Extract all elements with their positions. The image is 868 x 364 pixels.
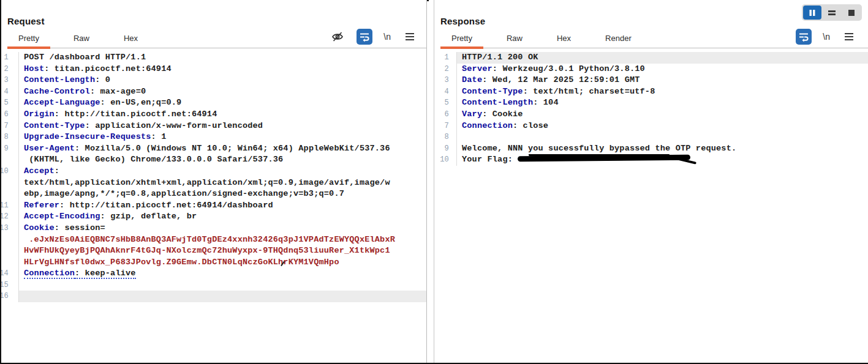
request-header: Request PrettyRawHex <box>1 0 426 48</box>
line-number: 1 <box>434 52 449 64</box>
code-line: Origin: http://titan.picoctf.net:64914 <box>18 109 426 121</box>
header-name: Cache-Control <box>24 87 90 96</box>
redacted-flag-scribble <box>518 155 690 162</box>
line-number: 6 <box>434 109 449 121</box>
line-number <box>1 245 9 257</box>
line-number: 8 <box>434 132 449 143</box>
response-editor[interactable]: 1HTTP/1.1 200 OK2Server: Werkzeug/3.0.1 … <box>434 52 868 166</box>
line-number: 6 <box>1 109 9 121</box>
line-number: 14 <box>1 268 9 280</box>
code-line: Host: titan.picoctf.net:64914 <box>18 64 426 75</box>
newline-icon[interactable]: \n <box>823 32 830 42</box>
header-value: text/html,application/xhtml+xml,applicat… <box>24 178 390 187</box>
code-line <box>18 291 426 302</box>
line-number: 15 <box>1 280 9 291</box>
code-row: 3Date: Wed, 12 Mar 2025 12:59:01 GMT <box>434 75 868 86</box>
code-row: 5Content-Length: 104 <box>434 97 868 109</box>
tab-hex[interactable]: Hex <box>553 34 575 48</box>
line-number: 1 <box>1 52 9 64</box>
code-row: 1POST /dashboard HTTP/1.1 <box>1 52 426 64</box>
code-row: 16 <box>1 291 426 302</box>
line-number: 9 <box>1 143 9 155</box>
code-line: Content-Length: 104 <box>456 97 868 109</box>
wrap-lines-icon[interactable] <box>796 29 812 45</box>
header-name: Accept-Language <box>24 98 100 107</box>
header-value: Your Flag: <box>462 155 518 164</box>
code-line: Cookie: session= <box>18 223 426 234</box>
request-title: Request <box>7 16 426 26</box>
line-number: 3 <box>434 75 449 86</box>
code-row: 1HTTP/1.1 200 OK <box>434 52 868 64</box>
line-number: 4 <box>434 86 449 98</box>
eye-off-icon[interactable] <box>330 29 345 45</box>
code-row: 3Content-Length: 0 <box>1 75 426 86</box>
code-line: Vary: Cookie <box>456 109 868 121</box>
line-number <box>1 188 9 200</box>
code-row: ebp,image/apng,*/*;q=0.8,application/sig… <box>1 188 426 200</box>
line-number: 5 <box>1 97 9 109</box>
code-row: text/html,application/xhtml+xml,applicat… <box>1 177 426 189</box>
code-line: User-Agent: Mozilla/5.0 (Windows NT 10.0… <box>18 143 426 155</box>
header-value: : close <box>513 121 548 130</box>
code-line <box>456 132 868 143</box>
code-row: 8 <box>434 132 868 143</box>
header-name: User-Agent <box>24 144 75 153</box>
code-row: HvWFhUkQyeyBjPQAhAknrF4tGJq-NXolczmQc72h… <box>1 245 426 257</box>
tab-pretty[interactable]: Pretty <box>448 34 476 48</box>
code-row: 13Cookie: session= <box>1 223 426 234</box>
tab-raw[interactable]: Raw <box>503 34 526 48</box>
code-line: Connection: keep-alive <box>18 268 426 280</box>
wrap-lines-icon[interactable] <box>357 29 372 45</box>
code-line: ebp,image/apng,*/*;q=0.8,application/sig… <box>18 188 426 200</box>
header-value: : text/html; charset=utf-8 <box>523 87 655 96</box>
code-line: Your Flag: <box>456 154 868 166</box>
tab-hex[interactable]: Hex <box>120 34 142 48</box>
request-editor[interactable]: 1POST /dashboard HTTP/1.12Host: titan.pi… <box>1 52 426 302</box>
header-value: : http://titan.picoctf.net:64914/dashboa… <box>59 201 273 210</box>
header-name: Content-Length <box>24 75 95 84</box>
header-name: Content-Length <box>462 98 533 107</box>
line-number: 9 <box>434 143 449 155</box>
code-row: 2Host: titan.picoctf.net:64914 <box>1 64 426 75</box>
code-line: text/html,application/xhtml+xml,applicat… <box>18 177 426 189</box>
header-value: : 0 <box>95 75 110 84</box>
code-row: 7Connection: close <box>434 121 868 132</box>
line-number: 7 <box>1 121 9 132</box>
code-row: 11Referer: http://titan.picoctf.net:6491… <box>1 200 426 212</box>
code-line: .eJxNzEs0AiEQBNC7sHbB8AnBQ3AFwjTd0TgDEz4… <box>18 234 426 246</box>
newline-icon[interactable]: \n <box>383 32 391 42</box>
line-number <box>1 234 9 246</box>
header-value: : application/x-www-form-urlencoded <box>85 121 263 130</box>
code-line: Accept: <box>18 166 426 177</box>
header-value: : Wed, 12 Mar 2025 12:59:01 GMT <box>482 75 640 84</box>
line-number: 13 <box>1 223 9 234</box>
header-value: POST /dashboard HTTP/1.1 <box>24 53 146 62</box>
menu-icon[interactable] <box>402 29 418 45</box>
code-row: 8Upgrade-Insecure-Requests: 1 <box>1 132 426 143</box>
header-value: : Werkzeug/3.0.1 Python/3.8.10 <box>492 64 645 73</box>
tab-raw[interactable]: Raw <box>70 34 93 48</box>
header-value: (KHTML, like Gecko) Chrome/133.0.0.0 Saf… <box>24 155 283 164</box>
header-name: Accept <box>24 166 55 176</box>
header-value: : Mozilla/5.0 (Windows NT 10.0; Win64; x… <box>75 144 390 153</box>
header-name: Connection <box>462 121 513 130</box>
code-line: HvWFhUkQyeyBjPQAhAknrF4tGJq-NXolczmQc72h… <box>18 245 426 257</box>
code-row: 9Welcome, NNN you sucessfully bypassed t… <box>434 143 868 155</box>
tab-pretty[interactable]: Pretty <box>15 34 43 48</box>
response-header: Response PrettyRawHexRender \n <box>434 0 868 48</box>
code-line: Accept-Language: en-US,en;q=0.9 <box>18 97 426 109</box>
menu-icon[interactable] <box>841 29 857 45</box>
code-row: 9User-Agent: Mozilla/5.0 (Windows NT 10.… <box>1 143 426 155</box>
tab-render[interactable]: Render <box>602 34 635 48</box>
header-value: : 1 <box>151 132 167 141</box>
code-line: Content-Type: text/html; charset=utf-8 <box>456 86 868 98</box>
line-number: 5 <box>434 97 449 109</box>
line-number: 4 <box>1 86 9 98</box>
header-name: Connection <box>24 269 75 279</box>
code-row: 2Server: Werkzeug/3.0.1 Python/3.8.10 <box>434 64 868 75</box>
code-row: 12Accept-Encoding: gzip, deflate, br <box>1 211 426 223</box>
header-name: Referer <box>24 201 59 210</box>
line-number: 12 <box>1 211 9 223</box>
code-line: Date: Wed, 12 Mar 2025 12:59:01 GMT <box>456 75 868 86</box>
header-value: : session= <box>55 223 105 232</box>
